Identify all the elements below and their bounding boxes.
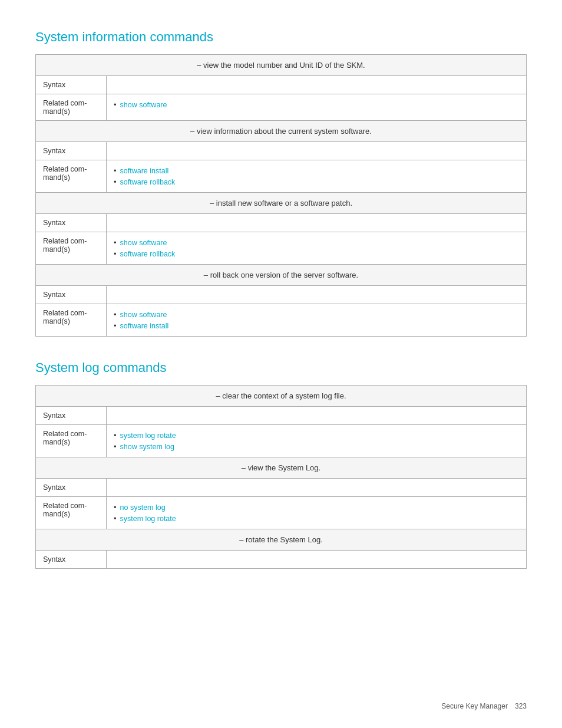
table-row: Syntax	[36, 142, 527, 160]
page-footer: Secure Key Manager 323	[441, 702, 527, 710]
related-command-link[interactable]: show software	[120, 101, 167, 109]
table-row: Related com-mand(s)show softwaresoftware…	[36, 304, 527, 337]
table-row: Syntax	[36, 76, 527, 94]
table-header-row: – clear the context of a system log file…	[36, 386, 527, 407]
row-label: Related com-mand(s)	[36, 497, 107, 529]
related-command-link[interactable]: show software	[120, 239, 167, 247]
table-header-cell: – rotate the System Log.	[36, 529, 527, 551]
list-item: system log rotate	[114, 430, 519, 441]
list-item: software rollback	[114, 176, 519, 187]
row-label: Related com-mand(s)	[36, 94, 107, 121]
table-header-row: – view information about the current sys…	[36, 121, 527, 142]
row-content: system log rotateshow system log	[107, 425, 527, 457]
section-title-system-log: System log commands	[35, 360, 527, 375]
related-command-link[interactable]: system log rotate	[120, 515, 176, 523]
list-item: show software	[114, 309, 519, 320]
related-command-link[interactable]: software install	[120, 322, 169, 330]
table-header-cell: – install new software or a software pat…	[36, 193, 527, 214]
related-command-link[interactable]: software rollback	[120, 178, 176, 186]
related-command-link[interactable]: system log rotate	[120, 431, 176, 440]
table-row: Related com-mand(s)show software	[36, 94, 527, 121]
related-command-link[interactable]: software install	[120, 167, 169, 175]
list-item: software rollback	[114, 248, 519, 259]
row-content: software installsoftware rollback	[107, 160, 527, 193]
row-content	[107, 286, 527, 304]
row-content	[107, 76, 527, 94]
list-item: software install	[114, 165, 519, 176]
related-command-link[interactable]: show software	[120, 311, 167, 319]
table-system-info: – view the model number and Unit ID of t…	[35, 54, 527, 337]
list-item: software install	[114, 320, 519, 331]
related-command-link[interactable]: no system log	[120, 503, 166, 512]
row-content	[107, 142, 527, 160]
row-content: no system logsystem log rotate	[107, 497, 527, 529]
row-content	[107, 214, 527, 232]
related-command-link[interactable]: software rollback	[120, 250, 176, 258]
section-title-system-info: System information commands	[35, 29, 527, 45]
page-content: System information commands– view the mo…	[0, 0, 562, 640]
list-item: show software	[114, 237, 519, 248]
row-label: Syntax	[36, 142, 107, 160]
list-item: show software	[114, 99, 519, 110]
row-content: show softwaresoftware install	[107, 304, 527, 337]
row-label: Syntax	[36, 479, 107, 497]
table-row: Syntax	[36, 286, 527, 304]
table-header-row: – view the System Log.	[36, 457, 527, 479]
list-item: no system log	[114, 502, 519, 513]
table-header-row: – roll back one version of the server so…	[36, 265, 527, 286]
row-label: Syntax	[36, 76, 107, 94]
table-header-cell: – view information about the current sys…	[36, 121, 527, 142]
row-label: Syntax	[36, 551, 107, 569]
row-label: Related com-mand(s)	[36, 160, 107, 193]
table-row: Related com-mand(s)show softwaresoftware…	[36, 232, 527, 265]
table-header-cell: – roll back one version of the server so…	[36, 265, 527, 286]
table-row: Syntax	[36, 551, 527, 569]
row-label: Syntax	[36, 407, 107, 425]
table-system-log: – clear the context of a system log file…	[35, 385, 527, 569]
table-row: Syntax	[36, 479, 527, 497]
list-item: show system log	[114, 441, 519, 452]
table-header-cell: – view the model number and Unit ID of t…	[36, 55, 527, 76]
table-header-cell: – clear the context of a system log file…	[36, 386, 527, 407]
row-content: show software	[107, 94, 527, 121]
related-command-link[interactable]: show system log	[120, 443, 174, 451]
table-header-row: – rotate the System Log.	[36, 529, 527, 551]
footer-page: 323	[515, 702, 527, 710]
table-row: Syntax	[36, 214, 527, 232]
table-header-row: – install new software or a software pat…	[36, 193, 527, 214]
row-content	[107, 407, 527, 425]
row-content	[107, 479, 527, 497]
row-label: Related com-mand(s)	[36, 425, 107, 457]
table-row: Related com-mand(s)software installsoftw…	[36, 160, 527, 193]
row-content: show softwaresoftware rollback	[107, 232, 527, 265]
table-row: Related com-mand(s)system log rotateshow…	[36, 425, 527, 457]
table-header-cell: – view the System Log.	[36, 457, 527, 479]
row-label: Syntax	[36, 214, 107, 232]
table-header-row: – view the model number and Unit ID of t…	[36, 55, 527, 76]
footer-title: Secure Key Manager	[441, 702, 508, 710]
list-item: system log rotate	[114, 513, 519, 524]
table-row: Related com-mand(s)no system logsystem l…	[36, 497, 527, 529]
row-content	[107, 551, 527, 569]
row-label: Related com-mand(s)	[36, 232, 107, 265]
row-label: Related com-mand(s)	[36, 304, 107, 337]
row-label: Syntax	[36, 286, 107, 304]
table-row: Syntax	[36, 407, 527, 425]
